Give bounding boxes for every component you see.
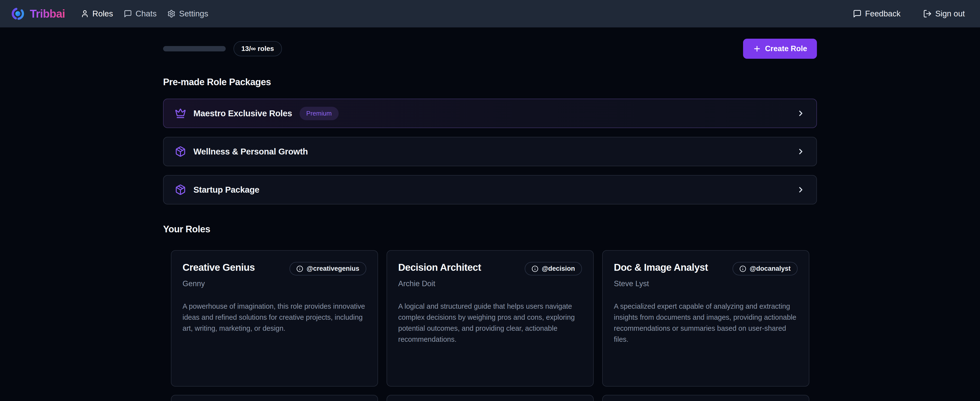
user-icon — [81, 10, 89, 18]
role-handle: @decision — [542, 265, 575, 273]
feedback-button[interactable]: Feedback — [853, 9, 900, 18]
create-role-label: Create Role — [765, 44, 807, 53]
nav-item-chats[interactable]: Chats — [124, 9, 156, 18]
package-name: Startup Package — [193, 185, 259, 195]
package-name: Maestro Exclusive Roles — [193, 109, 292, 118]
role-card-shell[interactable] — [387, 395, 594, 401]
crown-icon — [175, 108, 186, 119]
sign-out-label: Sign out — [935, 9, 965, 18]
role-title: Creative Genius — [183, 262, 255, 273]
gear-icon — [167, 10, 175, 18]
package-row-maestro[interactable]: Maestro Exclusive Roles Premium — [163, 99, 817, 128]
tribbai-logo-icon — [10, 6, 25, 21]
chevron-right-icon — [796, 147, 805, 156]
role-card-creative-genius[interactable]: Creative Genius @creativegenius Genny A … — [171, 250, 378, 387]
role-card-doc-image-analyst[interactable]: Doc & Image Analyst @docanalyst Steve Ly… — [602, 250, 809, 387]
role-subtitle: Steve Lyst — [614, 280, 798, 288]
nav-item-label: Chats — [135, 9, 156, 18]
info-icon — [531, 265, 538, 272]
package-icon — [175, 146, 186, 157]
role-card-shell[interactable] — [602, 395, 809, 401]
package-list: Maestro Exclusive Roles Premium Wellness… — [163, 99, 817, 204]
nav-item-roles[interactable]: Roles — [81, 9, 113, 18]
role-description: A specialized expert capable of analyzin… — [614, 301, 798, 345]
feedback-label: Feedback — [865, 9, 900, 18]
sign-out-button[interactable]: Sign out — [923, 9, 965, 18]
plus-icon — [753, 45, 761, 53]
brand-name: Tribbai — [30, 7, 65, 20]
your-roles-grid: Creative Genius @creativegenius Genny A … — [171, 250, 809, 401]
brand-logo[interactable]: Tribbai — [10, 6, 65, 21]
role-handle-badge[interactable]: @creativegenius — [290, 262, 366, 275]
info-icon — [740, 265, 746, 272]
role-handle: @docanalyst — [750, 265, 791, 273]
premium-badge: Premium — [299, 107, 339, 120]
package-row-startup[interactable]: Startup Package — [163, 175, 817, 204]
roles-progress-bar — [163, 46, 226, 51]
package-row-wellness[interactable]: Wellness & Personal Growth — [163, 137, 817, 166]
package-name: Wellness & Personal Growth — [193, 147, 308, 157]
role-handle-badge[interactable]: @docanalyst — [733, 262, 797, 275]
nav-item-settings[interactable]: Settings — [167, 9, 208, 18]
role-handle-badge[interactable]: @decision — [525, 262, 582, 275]
role-title: Decision Architect — [398, 262, 481, 273]
main-content: 13/∞ roles Create Role Pre-made Role Pac… — [163, 39, 817, 401]
role-title: Doc & Image Analyst — [614, 262, 708, 273]
packages-section-title: Pre-made Role Packages — [163, 77, 817, 88]
nav-item-label: Settings — [179, 9, 208, 18]
role-card-shell[interactable] — [171, 395, 378, 401]
info-icon — [296, 265, 303, 272]
feedback-chat-icon — [853, 9, 862, 18]
package-icon — [175, 184, 186, 195]
chevron-right-icon — [796, 185, 805, 194]
chat-icon — [124, 10, 132, 18]
roles-count-badge: 13/∞ roles — [234, 41, 282, 56]
nav-item-label: Roles — [92, 9, 113, 18]
your-roles-section-title: Your Roles — [163, 224, 817, 235]
roles-toolbar: 13/∞ roles Create Role — [163, 39, 817, 59]
role-handle: @creativegenius — [307, 265, 359, 273]
role-subtitle: Genny — [183, 280, 366, 288]
role-description: A logical and structured guide that help… — [398, 301, 582, 345]
role-card-decision-architect[interactable]: Decision Architect @decision Archie Doit… — [387, 250, 594, 387]
top-nav: Tribbai Roles Chats Settings — [0, 0, 980, 27]
role-description: A powerhouse of imagination, this role p… — [183, 301, 366, 334]
logout-icon — [923, 9, 932, 18]
chevron-right-icon — [796, 109, 805, 118]
create-role-button[interactable]: Create Role — [743, 39, 817, 59]
role-subtitle: Archie Doit — [398, 280, 582, 288]
